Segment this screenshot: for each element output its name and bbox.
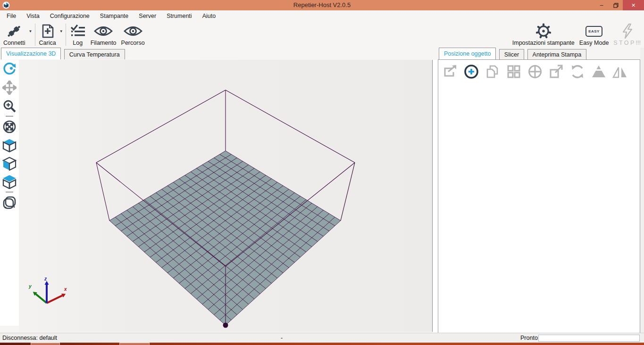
svg-text:x: x xyxy=(64,287,67,292)
minimize-button[interactable]: – xyxy=(594,0,609,10)
copy-object-button xyxy=(484,63,501,80)
print-bed-3d-viewport[interactable]: xyz xyxy=(19,60,433,332)
fit-view-icon xyxy=(2,120,17,134)
status-center-text: - xyxy=(281,335,283,341)
iso-view-button[interactable] xyxy=(0,136,19,154)
iso-view-icon xyxy=(2,138,17,152)
tool-separator xyxy=(6,192,13,192)
title-bar: Repetier-Host V2.0.5 – ✕ xyxy=(0,0,644,10)
copy-object-icon xyxy=(485,64,501,80)
autoposition-icon xyxy=(506,64,522,80)
rotate-object-icon xyxy=(569,64,585,80)
lay-flat-button xyxy=(590,63,607,80)
print-bed-scene: xyz xyxy=(19,60,433,332)
menu-strumenti[interactable]: Strumenti xyxy=(161,10,197,22)
tab-posizione-oggetto[interactable]: Posizione oggetto xyxy=(439,48,496,59)
autoposition-button xyxy=(505,63,522,80)
printer-settings-button[interactable]: Impostazioni stampante xyxy=(510,22,577,48)
menu-vista[interactable]: Vista xyxy=(21,10,45,22)
show-edges-button[interactable] xyxy=(0,193,19,212)
taskbar-button[interactable] xyxy=(119,343,150,345)
svg-text:y: y xyxy=(28,284,32,289)
export-icon xyxy=(442,64,458,80)
front-view-icon xyxy=(2,156,17,171)
plug-icon xyxy=(6,23,22,39)
mirror-object-icon xyxy=(612,64,628,80)
front-view-button[interactable] xyxy=(0,154,19,172)
export-object-button xyxy=(442,63,459,80)
connection-status: Disconnessa: default xyxy=(2,335,57,341)
load-dropdown-arrow[interactable]: ▼ xyxy=(59,22,64,48)
connect-dropdown-arrow[interactable]: ▼ xyxy=(28,22,33,48)
add-object-icon xyxy=(463,64,479,80)
top-view-button[interactable] xyxy=(0,172,19,191)
panel-splitter[interactable] xyxy=(433,60,438,333)
tab-anteprima-stampa[interactable]: Anteprima Stampa xyxy=(527,49,587,59)
emergency-stop-button: S T O P !!! xyxy=(611,22,643,48)
svg-text:z: z xyxy=(44,276,47,281)
fit-view-button[interactable] xyxy=(0,117,19,136)
taskbar-button[interactable] xyxy=(31,343,60,345)
log-button[interactable]: Log xyxy=(67,22,88,48)
view-tab-strip: Visualizzazione 3D Curva Temperatura xyxy=(1,48,126,60)
tab-curva-temperatura[interactable]: Curva Temperatura xyxy=(64,49,125,59)
main-toolbar: Connetti ▼ Carica ▼ xyxy=(0,22,644,48)
travel-eye-icon xyxy=(123,23,143,39)
menu-stampante[interactable]: Stampante xyxy=(95,10,134,22)
add-object-button[interactable] xyxy=(463,63,480,80)
restore-icon xyxy=(613,3,619,8)
scale-object-icon xyxy=(548,64,564,80)
zoom-view-button[interactable] xyxy=(0,97,19,115)
gear-icon xyxy=(535,23,552,39)
tool-separator xyxy=(6,116,13,116)
object-toolbar xyxy=(438,60,640,80)
rotate-view-button[interactable] xyxy=(0,60,19,78)
rotate-object-button xyxy=(569,63,586,80)
move-view-button[interactable] xyxy=(0,78,19,97)
scale-object-button xyxy=(548,63,565,80)
view-tool-strip xyxy=(0,60,19,326)
object-placement-panel xyxy=(438,59,640,333)
ready-status: Pronto xyxy=(520,335,538,341)
rotate-view-icon xyxy=(2,62,17,76)
panel-right-margin xyxy=(640,48,644,333)
filament-toggle-button[interactable]: Filamento xyxy=(88,22,119,48)
zoom-in-icon xyxy=(2,99,17,113)
tab-slicer[interactable]: Slicer xyxy=(499,49,524,59)
control-tab-strip: Posizione oggetto Slicer Anteprima Stamp… xyxy=(439,48,644,60)
menu-server[interactable]: Server xyxy=(134,10,161,22)
windows-taskbar-edge xyxy=(0,343,644,345)
toolbar-separator xyxy=(35,24,35,46)
travel-toggle-button[interactable]: Percorso xyxy=(119,22,147,48)
show-edges-icon xyxy=(2,196,17,210)
easy-mode-button[interactable]: EASY Easy Mode xyxy=(577,22,611,48)
progress-bar xyxy=(538,335,640,342)
menu-configurazione[interactable]: Configurazione xyxy=(45,10,95,22)
center-object-icon xyxy=(527,64,543,80)
close-button[interactable]: ✕ xyxy=(623,0,644,10)
restore-button[interactable] xyxy=(609,0,623,10)
filament-eye-icon xyxy=(93,23,113,39)
top-view-icon xyxy=(2,175,17,189)
tab-visualizzazione-3d[interactable]: Visualizzazione 3D xyxy=(1,48,61,59)
load-button[interactable]: Carica xyxy=(37,22,59,48)
lightning-icon xyxy=(620,23,634,39)
lay-flat-icon xyxy=(591,64,607,80)
center-object-button xyxy=(527,63,544,80)
easy-badge-icon: EASY xyxy=(585,26,602,37)
connect-button[interactable]: Connetti xyxy=(1,22,28,48)
window-title: Repetier-Host V2.0.5 xyxy=(0,0,644,10)
menu-bar: File Vista Configurazione Stampante Serv… xyxy=(0,10,644,22)
status-bar: Disconnessa: default - Pronto xyxy=(0,333,644,343)
log-list-icon xyxy=(70,23,86,39)
mirror-object-button xyxy=(611,63,628,80)
menu-file[interactable]: File xyxy=(1,10,21,22)
toolbar-separator xyxy=(66,24,66,46)
move-view-icon xyxy=(2,81,17,95)
menu-aiuto[interactable]: Aiuto xyxy=(197,10,221,22)
load-file-icon xyxy=(41,23,55,39)
